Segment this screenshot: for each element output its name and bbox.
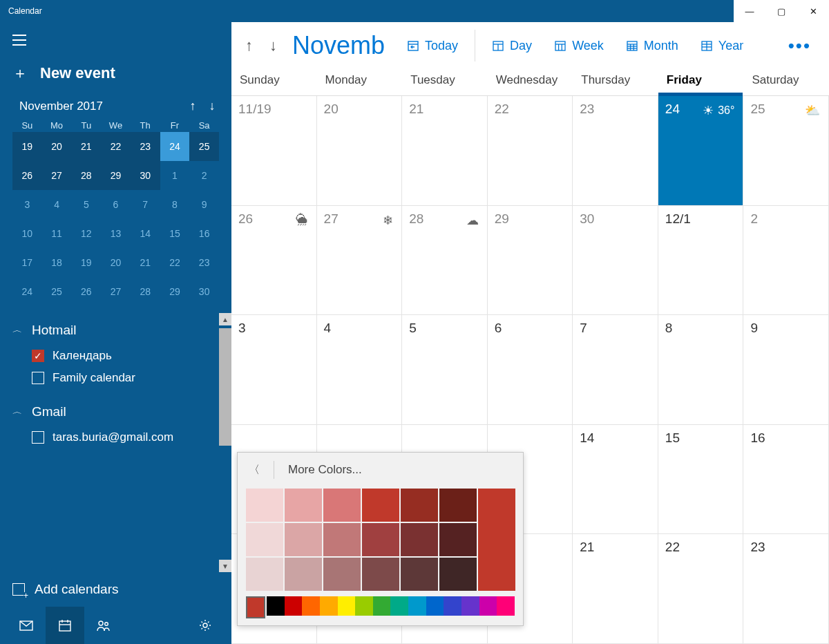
color-swatch[interactable] [362, 523, 399, 556]
day-cell[interactable]: 22 [488, 96, 573, 205]
color-swatch[interactable] [362, 558, 399, 591]
day-cell[interactable]: 25⛅ [743, 96, 829, 205]
day-cell[interactable]: 26🌦 [231, 206, 317, 315]
color-swatch[interactable] [285, 523, 322, 556]
calendar-item[interactable]: taras.buria@gmail.com [12, 426, 219, 448]
mini-day[interactable]: 22 [160, 248, 190, 277]
color-swatch[interactable] [323, 558, 361, 591]
day-cell[interactable]: 23 [743, 534, 829, 643]
hue-swatch[interactable] [479, 596, 497, 616]
more-button[interactable]: ••• [777, 35, 822, 57]
scroll-thumb[interactable] [219, 328, 231, 446]
color-swatch[interactable] [439, 523, 477, 556]
color-swatch[interactable] [323, 523, 361, 556]
day-cell[interactable]: 21 [573, 534, 658, 643]
today-button[interactable]: Today [397, 35, 468, 57]
hue-swatch[interactable] [285, 596, 303, 616]
account-group-hotmail[interactable]: ︿Hotmail [12, 319, 219, 345]
maximize-button[interactable]: ▢ [765, 0, 797, 22]
mini-day[interactable]: 26 [71, 277, 101, 306]
day-cell[interactable]: 20 [317, 96, 403, 205]
sidebar-scrollbar[interactable]: ▲ ▼ [219, 313, 231, 572]
mini-day[interactable]: 30 [189, 277, 219, 306]
hue-swatch[interactable] [267, 596, 285, 616]
hue-swatch[interactable] [302, 596, 320, 616]
color-swatch[interactable] [401, 523, 438, 556]
mini-day[interactable]: 28 [71, 161, 101, 190]
calendar-item[interactable]: Family calendar [12, 367, 219, 389]
day-cell[interactable]: 12/1 [658, 206, 744, 315]
hue-swatch[interactable] [497, 596, 515, 616]
mini-day[interactable]: 8 [160, 190, 190, 219]
view-year-button[interactable]: Year [691, 35, 753, 57]
day-cell[interactable]: 11/19 [231, 96, 317, 205]
mini-day[interactable]: 27 [42, 161, 72, 190]
mini-day[interactable]: 10 [12, 219, 42, 248]
color-swatch[interactable] [401, 489, 438, 522]
color-swatch[interactable] [246, 558, 283, 591]
mini-day[interactable]: 25 [189, 132, 219, 161]
checkbox[interactable] [32, 431, 44, 444]
color-swatch[interactable] [439, 489, 477, 522]
mini-day[interactable]: 21 [131, 248, 160, 277]
mini-day[interactable]: 5 [71, 190, 101, 219]
mini-day[interactable]: 19 [71, 248, 101, 277]
day-cell[interactable]: 6 [488, 315, 573, 424]
day-cell[interactable]: 29 [488, 206, 573, 315]
mini-day[interactable]: 11 [42, 219, 72, 248]
mini-next-button[interactable]: ↓ [202, 99, 222, 113]
mini-day[interactable]: 29 [101, 161, 131, 190]
mini-day[interactable]: 26 [12, 161, 42, 190]
color-swatch[interactable] [401, 558, 438, 591]
mini-day[interactable]: 7 [131, 190, 160, 219]
next-button[interactable]: ↓ [263, 32, 284, 59]
menu-button[interactable] [0, 22, 231, 56]
day-cell[interactable]: 23 [573, 96, 658, 205]
hue-swatch[interactable] [426, 596, 444, 616]
color-swatch[interactable] [246, 523, 283, 556]
hue-swatch[interactable] [320, 596, 338, 616]
people-button[interactable] [84, 607, 123, 644]
mini-day[interactable]: 3 [12, 190, 42, 219]
day-cell[interactable]: 5 [402, 315, 488, 424]
hue-swatch[interactable] [390, 596, 408, 616]
day-cell[interactable]: 21 [402, 96, 488, 205]
mini-day[interactable]: 14 [131, 219, 160, 248]
mini-prev-button[interactable]: ↑ [183, 99, 202, 113]
settings-button[interactable] [186, 607, 225, 644]
day-cell[interactable]: 8 [658, 315, 744, 424]
color-swatch[interactable] [285, 489, 322, 522]
mini-day[interactable]: 15 [160, 219, 190, 248]
mini-day[interactable]: 28 [131, 277, 160, 306]
day-cell[interactable]: 24☀36° [658, 96, 744, 205]
mini-day[interactable]: 25 [42, 277, 72, 306]
mini-day[interactable]: 16 [189, 219, 219, 248]
mini-day[interactable]: 19 [12, 132, 42, 161]
hue-swatch[interactable] [461, 596, 479, 616]
calendar-item[interactable]: ✓Календарь [12, 345, 219, 367]
day-cell[interactable]: 7 [573, 315, 658, 424]
mini-day[interactable]: 20 [42, 132, 72, 161]
mini-day[interactable]: 24 [160, 132, 190, 161]
add-calendars-button[interactable]: Add calendars [0, 572, 231, 607]
new-event-button[interactable]: ＋ New event [0, 56, 231, 96]
mini-day[interactable]: 23 [189, 248, 219, 277]
view-week-button[interactable]: Week [544, 35, 613, 57]
mini-day[interactable]: 9 [189, 190, 219, 219]
day-cell[interactable]: 30 [573, 206, 658, 315]
mini-day[interactable]: 27 [101, 277, 131, 306]
mini-calendar-title[interactable]: November 2017 [19, 100, 183, 113]
prev-button[interactable]: ↑ [238, 32, 260, 59]
calendar-button[interactable] [46, 607, 84, 644]
color-swatch[interactable] [246, 489, 283, 522]
day-cell[interactable]: 3 [231, 315, 317, 424]
hue-swatch[interactable] [408, 596, 426, 616]
color-swatch[interactable] [439, 558, 477, 591]
day-cell[interactable]: 9 [743, 315, 829, 424]
mini-day[interactable]: 29 [160, 277, 190, 306]
close-button[interactable]: ✕ [797, 0, 829, 22]
day-cell[interactable]: 22 [658, 534, 744, 643]
mini-day[interactable]: 6 [101, 190, 131, 219]
view-day-button[interactable]: Day [482, 35, 542, 57]
mini-day[interactable]: 21 [71, 132, 101, 161]
